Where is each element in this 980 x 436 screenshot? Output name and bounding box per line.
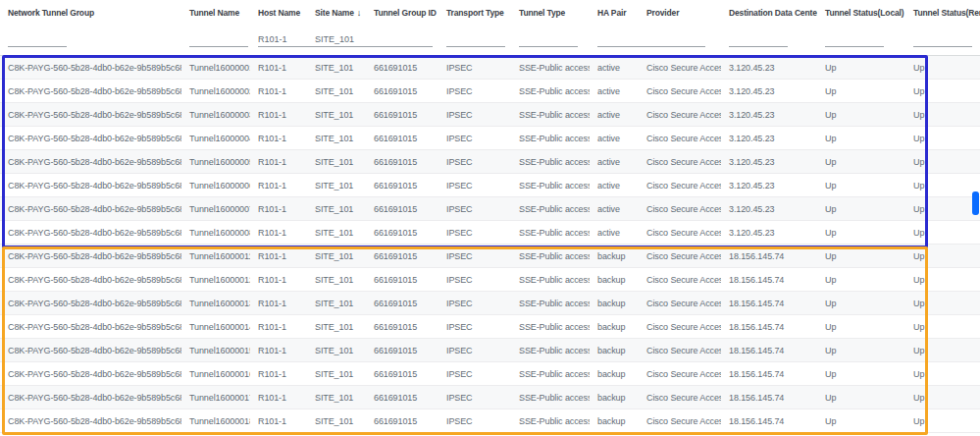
cell-transport-type: IPSEC xyxy=(438,251,511,261)
filter-input-tunnel-group-id[interactable] xyxy=(374,31,433,47)
cell-network-tunnel-group: C8K-PAYG-560-5b28-4db0-b62e-9b589b5c687d xyxy=(0,393,181,403)
cell-tunnel-group-id: 661691015 xyxy=(366,299,438,308)
cell-tunnel-type: SSE-Public access xyxy=(511,228,590,238)
table-row[interactable]: C8K-PAYG-560-5b28-4db0-b62e-9b589b5c687d… xyxy=(0,80,980,103)
cell-transport-type: IPSEC xyxy=(438,369,511,379)
table-row[interactable]: C8K-PAYG-560-5b28-4db0-b62e-9b589b5c687d… xyxy=(0,386,980,409)
column-header-destination-data-center[interactable]: Destination Data Center xyxy=(721,8,817,18)
cell-provider: Cisco Secure Access xyxy=(639,157,721,167)
column-header-tunnel-status-local[interactable]: Tunnel Status(Local) xyxy=(817,8,905,18)
filter-input-destination-data-center[interactable] xyxy=(729,31,788,47)
column-header-host-name[interactable]: Host Name xyxy=(250,8,307,18)
cell-network-tunnel-group: C8K-PAYG-560-5b28-4db0-b62e-9b589b5c687d xyxy=(0,134,181,143)
table-row[interactable]: C8K-PAYG-560-5b28-4db0-b62e-9b589b5c687d… xyxy=(0,315,980,339)
cell-tunnel-group-id: 661691015 xyxy=(366,110,438,120)
column-header-ha-pair[interactable]: HA Pair xyxy=(590,8,639,18)
cell-tunnel-status-remote: Up xyxy=(905,63,980,73)
cell-site-name: SITE_101 xyxy=(307,393,366,403)
cell-tunnel-status-remote: Up xyxy=(905,134,980,143)
cell-ha-pair: backup xyxy=(590,322,639,332)
table-row[interactable]: C8K-PAYG-560-5b28-4db0-b62e-9b589b5c687d… xyxy=(0,245,980,268)
filter-cell-tunnel-status-remote xyxy=(905,28,980,48)
cell-transport-type: IPSEC xyxy=(438,393,511,403)
filter-input-tunnel-status-local[interactable] xyxy=(825,31,884,47)
filter-cell-provider xyxy=(639,28,721,48)
cell-destination-data-center: 18.156.145.74 xyxy=(721,393,817,403)
cell-provider: Cisco Secure Access xyxy=(639,275,721,285)
filter-cell-tunnel-name xyxy=(181,28,250,48)
cell-tunnel-type: SSE-Public access xyxy=(511,416,590,426)
cell-host-name: R101-1 xyxy=(250,204,307,214)
cell-transport-type: IPSEC xyxy=(438,86,511,96)
cell-destination-data-center: 18.156.145.74 xyxy=(721,322,817,332)
filter-row xyxy=(0,22,980,55)
table-row[interactable]: C8K-PAYG-560-5b28-4db0-b62e-9b589b5c687d… xyxy=(0,221,980,245)
table-row[interactable]: C8K-PAYG-560-5b28-4db0-b62e-9b589b5c687d… xyxy=(0,103,980,127)
cell-tunnel-name: Tunnel16000016 xyxy=(181,369,250,379)
table-row[interactable]: C8K-PAYG-560-5b28-4db0-b62e-9b589b5c687d… xyxy=(0,268,980,292)
cell-ha-pair: backup xyxy=(590,275,639,285)
cell-provider: Cisco Secure Access xyxy=(639,86,721,96)
table-row[interactable]: C8K-PAYG-560-5b28-4db0-b62e-9b589b5c687d… xyxy=(0,127,980,150)
filter-input-site-name[interactable] xyxy=(315,31,374,47)
column-header-network-tunnel-group[interactable]: Network Tunnel Group xyxy=(0,8,181,18)
cell-destination-data-center: 18.156.145.74 xyxy=(721,275,817,285)
cell-provider: Cisco Secure Access xyxy=(639,228,721,238)
cell-transport-type: IPSEC xyxy=(438,416,511,426)
table-row[interactable]: C8K-PAYG-560-5b28-4db0-b62e-9b589b5c687d… xyxy=(0,362,980,386)
column-header-tunnel-status-remote[interactable]: Tunnel Status(Remote) xyxy=(905,8,980,18)
filter-input-provider[interactable] xyxy=(646,31,705,47)
cell-transport-type: IPSEC xyxy=(438,228,511,238)
table-row[interactable]: C8K-PAYG-560-5b28-4db0-b62e-9b589b5c687d… xyxy=(0,174,980,197)
cell-ha-pair: backup xyxy=(590,251,639,261)
column-header-tunnel-type[interactable]: Tunnel Type xyxy=(511,8,590,18)
cell-tunnel-group-id: 661691015 xyxy=(366,63,438,73)
column-header-tunnel-name[interactable]: Tunnel Name xyxy=(181,8,250,18)
cell-site-name: SITE_101 xyxy=(307,299,366,308)
column-header-provider[interactable]: Provider xyxy=(639,8,721,18)
cell-host-name: R101-1 xyxy=(250,416,307,426)
cell-tunnel-name: Tunnel16000006 xyxy=(181,181,250,191)
cell-destination-data-center: 18.156.145.74 xyxy=(721,369,817,379)
cell-tunnel-status-remote: Up xyxy=(905,346,980,355)
filter-input-tunnel-name[interactable] xyxy=(189,31,248,47)
filter-input-tunnel-status-remote[interactable] xyxy=(913,31,972,47)
column-header-transport-type[interactable]: Transport Type xyxy=(438,8,511,18)
cell-tunnel-status-local: Up xyxy=(817,181,905,191)
cell-destination-data-center: 3.120.45.23 xyxy=(721,204,817,214)
cell-site-name: SITE_101 xyxy=(307,251,366,261)
cell-host-name: R101-1 xyxy=(250,369,307,379)
cell-network-tunnel-group: C8K-PAYG-560-5b28-4db0-b62e-9b589b5c687d xyxy=(0,275,181,285)
table-row[interactable]: C8K-PAYG-560-5b28-4db0-b62e-9b589b5c687d… xyxy=(0,197,980,221)
filter-input-transport-type[interactable] xyxy=(446,31,505,47)
cell-tunnel-group-id: 661691015 xyxy=(366,204,438,214)
cell-tunnel-name: Tunnel16000013 xyxy=(181,299,250,308)
table-row[interactable]: C8K-PAYG-560-5b28-4db0-b62e-9b589b5c687d… xyxy=(0,409,980,433)
cell-ha-pair: backup xyxy=(590,416,639,426)
cell-destination-data-center: 18.156.145.74 xyxy=(721,299,817,308)
sort-desc-icon[interactable]: ↓ xyxy=(357,8,361,18)
table-row[interactable]: C8K-PAYG-560-5b28-4db0-b62e-9b589b5c687d… xyxy=(0,56,980,80)
filter-input-tunnel-type[interactable] xyxy=(519,31,578,47)
cell-destination-data-center: 18.156.145.74 xyxy=(721,346,817,355)
table-row[interactable]: C8K-PAYG-560-5b28-4db0-b62e-9b589b5c687d… xyxy=(0,292,980,315)
filter-input-network-tunnel-group[interactable] xyxy=(8,31,67,47)
cell-destination-data-center: 18.156.145.74 xyxy=(721,251,817,261)
table-row[interactable]: C8K-PAYG-560-5b28-4db0-b62e-9b589b5c687d… xyxy=(0,150,980,174)
cell-tunnel-status-local: Up xyxy=(817,157,905,167)
cell-tunnel-status-local: Up xyxy=(817,251,905,261)
column-header-site-name[interactable]: Site Name↓ xyxy=(307,8,366,18)
cell-tunnel-group-id: 661691015 xyxy=(366,86,438,96)
cell-host-name: R101-1 xyxy=(250,134,307,143)
cell-transport-type: IPSEC xyxy=(438,157,511,167)
column-header-tunnel-group-id[interactable]: Tunnel Group ID xyxy=(366,8,438,18)
cell-host-name: R101-1 xyxy=(250,228,307,238)
cell-tunnel-status-remote: Up xyxy=(905,228,980,238)
cell-tunnel-status-local: Up xyxy=(817,393,905,403)
cell-tunnel-type: SSE-Public access xyxy=(511,393,590,403)
cell-tunnel-name: Tunnel16000012 xyxy=(181,275,250,285)
vertical-scrollbar-thumb[interactable] xyxy=(972,191,979,215)
table-row[interactable]: C8K-PAYG-560-5b28-4db0-b62e-9b589b5c687d… xyxy=(0,339,980,362)
cell-tunnel-status-remote: Up xyxy=(905,251,980,261)
cell-network-tunnel-group: C8K-PAYG-560-5b28-4db0-b62e-9b589b5c687d xyxy=(0,110,181,120)
